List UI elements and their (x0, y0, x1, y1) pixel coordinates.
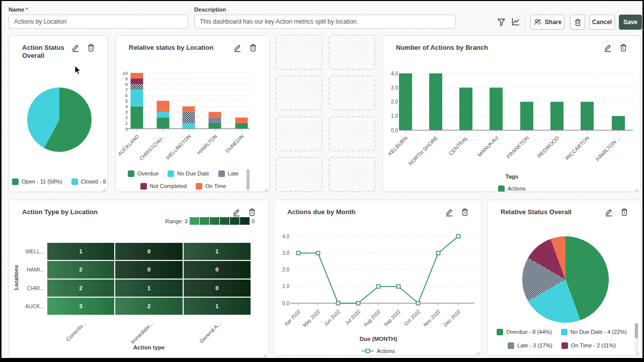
description-input[interactable] (194, 15, 455, 29)
svg-text:Sep 2022: Sep 2022 (382, 308, 401, 327)
heatmap-cell[interactable]: 2 (47, 280, 114, 297)
heatmap-cell[interactable]: 2 (47, 261, 114, 278)
name-input[interactable] (9, 15, 188, 29)
delete-dashboard-button[interactable] (570, 15, 585, 30)
share-button[interactable]: Share (530, 15, 565, 30)
empty-grid-cell[interactable] (276, 75, 323, 111)
chart-legend: OverdueNo Due DateLateNot CompletedOn Ti… (120, 168, 247, 191)
heatmap-cell[interactable]: 0 (115, 243, 182, 260)
edit-icon[interactable] (232, 43, 242, 53)
heatmap-cell[interactable]: 0 (184, 280, 251, 297)
legend-swatch (561, 342, 568, 349)
empty-grid-cell[interactable] (276, 157, 323, 192)
svg-text:Aug 2022: Aug 2022 (362, 308, 381, 327)
x-axis-label: Action type (47, 344, 251, 350)
svg-text:9: 9 (125, 76, 128, 81)
resize-handle[interactable] (634, 186, 638, 190)
heatmap-cell[interactable]: 1 (115, 280, 182, 297)
scrollbar-thumb[interactable] (247, 169, 250, 190)
scrollbar-thumb[interactable] (635, 323, 638, 338)
cancel-button[interactable]: Cancel (589, 15, 615, 30)
card-action-type-by-location[interactable]: Action Type by Location Range: 3 0 Locat… (9, 200, 269, 357)
legend-label: No Due Date - 4 (22%) (571, 329, 627, 335)
chart-legend: Overdue - 8 (44%)No Due Date - 4 (22%)La… (488, 327, 636, 355)
svg-text:3: 3 (125, 109, 128, 115)
empty-grid-cell[interactable] (276, 116, 323, 151)
line-marker-icon (362, 348, 374, 353)
heatmap-range-scale: Range: 3 0 (165, 217, 255, 225)
chart-legend: Open - 11 (58%)Closed - 8 (42%) (12, 176, 105, 187)
legend-item: On Time - 2 (11%) (561, 342, 616, 349)
svg-text:4: 4 (125, 104, 128, 109)
svg-text:HAMILTON: HAMILTON (196, 134, 218, 156)
svg-text:REDWOOD: REDWOOD (536, 135, 560, 159)
line-chart: 0.01.02.03.04.0Apr 2022May 2022Jun 2022J… (277, 226, 479, 334)
card-number-of-actions-by-branch[interactable]: Number of Actions by Branch 0.01.02.03.0… (382, 35, 640, 192)
svg-text:1.0: 1.0 (391, 113, 398, 119)
resize-handle[interactable] (263, 351, 267, 355)
edit-icon[interactable] (603, 43, 612, 53)
heatmap-cell[interactable]: 1 (184, 243, 251, 260)
edit-icon[interactable] (231, 208, 240, 217)
required-asterisk: * (26, 7, 28, 13)
card-relative-status-overall[interactable]: Relative Status Overall Overdue - 8 (44%… (487, 200, 641, 355)
legend-item: Overdue - 8 (44%) (497, 329, 551, 335)
pie-chart (517, 232, 614, 327)
empty-grid-cell[interactable] (276, 35, 323, 70)
card-action-status-overall[interactable]: Action Status Overall Open - 11 (58%)Clo… (9, 35, 108, 192)
legend-item: On Time (196, 183, 226, 190)
svg-text:8: 8 (125, 81, 128, 87)
resize-handle[interactable] (635, 349, 639, 353)
card-relative-status-by-location[interactable]: Relative status by Location 012345678910… (115, 35, 270, 192)
trash-icon[interactable] (87, 43, 96, 53)
svg-text:FRANKTON: FRANKTON (505, 135, 530, 159)
heatmap-cell[interactable]: 3 (47, 298, 114, 315)
legend-label: Late - 3 (17%) (517, 342, 552, 348)
resize-handle[interactable] (475, 349, 480, 353)
svg-text:4.0: 4.0 (391, 71, 398, 76)
trash-icon[interactable] (248, 208, 257, 217)
heatmap-cell[interactable]: 0 (115, 261, 182, 278)
resize-handle[interactable] (102, 186, 106, 190)
resize-handle[interactable] (264, 186, 268, 190)
legend-swatch (497, 329, 503, 335)
analytics-icon[interactable] (510, 16, 522, 28)
legend-swatch (218, 170, 225, 177)
edit-icon[interactable] (604, 208, 613, 217)
empty-grid-cell[interactable] (329, 116, 375, 151)
trash-icon[interactable] (620, 208, 629, 217)
heatmap-cell[interactable]: 1 (47, 243, 114, 260)
legend-swatch (128, 170, 134, 177)
legend-item: Actions (498, 186, 526, 192)
card-title: Actions due by Month (287, 208, 356, 216)
trash-icon[interactable] (619, 43, 628, 53)
card-title: Action Type by Location (22, 208, 98, 216)
svg-text:Jun 2022: Jun 2022 (323, 308, 342, 327)
legend-label: No Due Date (177, 170, 209, 176)
heatmap-cell[interactable]: 1 (184, 298, 251, 315)
legend-swatch (168, 170, 174, 177)
trash-icon[interactable] (249, 43, 258, 53)
heatmap-cell[interactable]: 0 (184, 261, 251, 278)
save-label: Save (623, 19, 637, 26)
svg-text:Dec 2022: Dec 2022 (442, 308, 461, 327)
stacked-bar-chart: 012345678910AUCKLANDCHRISTCHU...WELLINGT… (118, 71, 269, 169)
range-max-label: Range: 3 (165, 218, 188, 224)
svg-text:10: 10 (122, 71, 128, 76)
legend-item: Late - 3 (17%) (508, 342, 552, 349)
filter-icon[interactable] (495, 16, 507, 28)
x-axis-label: Due (MONTH) (274, 336, 482, 342)
svg-text:1: 1 (125, 120, 128, 126)
card-actions-due-by-month[interactable]: Actions due by Month 0.01.02.03.04.0Apr … (274, 200, 482, 355)
empty-grid-cell[interactable] (329, 35, 375, 70)
legend-swatch (12, 178, 19, 185)
svg-text:5: 5 (125, 98, 128, 104)
heatmap-cell[interactable]: 2 (115, 298, 182, 315)
empty-grid-cell[interactable] (329, 157, 375, 192)
save-button[interactable]: Save (619, 15, 642, 30)
edit-icon[interactable] (444, 208, 453, 217)
trash-icon[interactable] (460, 208, 469, 217)
edit-icon[interactable] (70, 43, 79, 53)
empty-grid-cell[interactable] (329, 75, 375, 111)
legend-item: Open - 11 (58%) (12, 178, 62, 185)
